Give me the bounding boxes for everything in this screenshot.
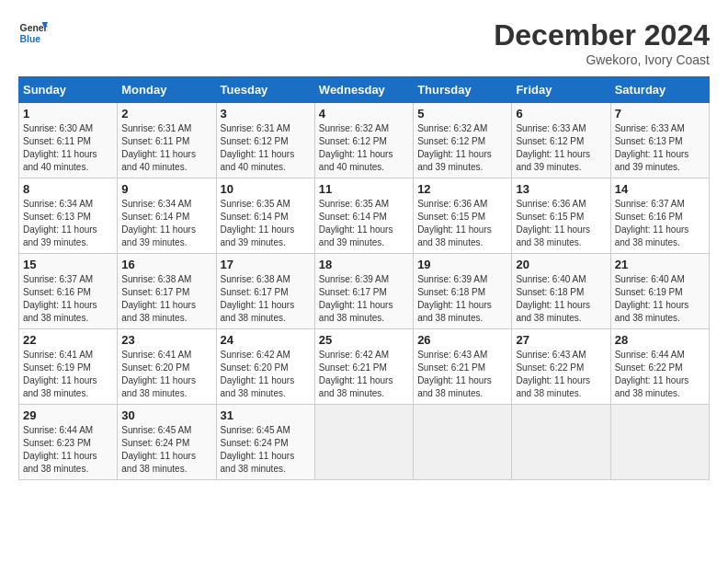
calendar-cell: 9Sunrise: 6:34 AM Sunset: 6:14 PM Daylig… [118, 178, 216, 254]
day-number: 13 [516, 182, 606, 196]
calendar-cell: 12Sunrise: 6:36 AM Sunset: 6:15 PM Dayli… [414, 178, 512, 254]
day-info: Sunrise: 6:39 AM Sunset: 6:18 PM Dayligh… [417, 273, 507, 325]
calendar-cell: 28Sunrise: 6:44 AM Sunset: 6:22 PM Dayli… [610, 329, 709, 405]
day-info: Sunrise: 6:43 AM Sunset: 6:22 PM Dayligh… [516, 349, 606, 400]
day-info: Sunrise: 6:41 AM Sunset: 6:20 PM Dayligh… [121, 349, 211, 400]
calendar-cell: 15Sunrise: 6:37 AM Sunset: 6:16 PM Dayli… [19, 254, 118, 329]
day-info: Sunrise: 6:37 AM Sunset: 6:16 PM Dayligh… [615, 198, 705, 249]
day-info: Sunrise: 6:38 AM Sunset: 6:17 PM Dayligh… [221, 273, 311, 325]
weekday-header: Friday [512, 77, 610, 103]
day-number: 11 [319, 182, 409, 196]
calendar-cell: 21Sunrise: 6:40 AM Sunset: 6:19 PM Dayli… [610, 254, 709, 329]
day-number: 2 [121, 107, 211, 121]
month-title: December 2024 [494, 18, 710, 52]
calendar-cell: 3Sunrise: 6:31 AM Sunset: 6:12 PM Daylig… [216, 103, 314, 178]
day-number: 16 [121, 258, 211, 271]
calendar-cell: 31Sunrise: 6:45 AM Sunset: 6:24 PM Dayli… [216, 405, 314, 480]
calendar-cell: 4Sunrise: 6:32 AM Sunset: 6:12 PM Daylig… [314, 103, 413, 178]
day-number: 6 [516, 107, 606, 121]
day-info: Sunrise: 6:45 AM Sunset: 6:24 PM Dayligh… [121, 424, 211, 476]
day-info: Sunrise: 6:41 AM Sunset: 6:19 PM Dayligh… [23, 349, 113, 400]
day-number: 3 [221, 107, 311, 121]
day-number: 20 [516, 258, 606, 271]
calendar-week-row: 29Sunrise: 6:44 AM Sunset: 6:23 PM Dayli… [19, 405, 710, 480]
weekday-header: Sunday [19, 77, 118, 103]
day-info: Sunrise: 6:33 AM Sunset: 6:12 PM Dayligh… [516, 122, 606, 174]
calendar-week-row: 22Sunrise: 6:41 AM Sunset: 6:19 PM Dayli… [19, 329, 710, 405]
day-info: Sunrise: 6:31 AM Sunset: 6:11 PM Dayligh… [121, 122, 211, 174]
calendar-cell: 10Sunrise: 6:35 AM Sunset: 6:14 PM Dayli… [216, 178, 314, 254]
calendar-cell: 16Sunrise: 6:38 AM Sunset: 6:17 PM Dayli… [118, 254, 216, 329]
day-number: 19 [417, 258, 507, 271]
calendar-cell: 20Sunrise: 6:40 AM Sunset: 6:18 PM Dayli… [512, 254, 610, 329]
day-info: Sunrise: 6:39 AM Sunset: 6:17 PM Dayligh… [319, 273, 409, 325]
day-info: Sunrise: 6:40 AM Sunset: 6:18 PM Dayligh… [516, 273, 606, 325]
day-number: 12 [417, 182, 507, 196]
day-number: 18 [319, 258, 409, 271]
svg-text:Blue: Blue [20, 34, 41, 44]
day-number: 23 [121, 333, 211, 347]
weekday-header: Tuesday [216, 77, 314, 103]
day-number: 17 [221, 258, 311, 271]
calendar-cell: 2Sunrise: 6:31 AM Sunset: 6:11 PM Daylig… [118, 103, 216, 178]
day-number: 31 [221, 408, 311, 422]
weekday-header-row: SundayMondayTuesdayWednesdayThursdayFrid… [19, 77, 710, 103]
calendar-cell: 13Sunrise: 6:36 AM Sunset: 6:15 PM Dayli… [512, 178, 610, 254]
day-number: 10 [221, 182, 311, 196]
day-info: Sunrise: 6:44 AM Sunset: 6:23 PM Dayligh… [23, 424, 113, 476]
calendar-week-row: 8Sunrise: 6:34 AM Sunset: 6:13 PM Daylig… [19, 178, 710, 254]
calendar-table: SundayMondayTuesdayWednesdayThursdayFrid… [18, 76, 710, 480]
weekday-header: Thursday [414, 77, 512, 103]
logo-icon: General Blue [18, 18, 48, 48]
calendar-cell: 11Sunrise: 6:35 AM Sunset: 6:14 PM Dayli… [314, 178, 413, 254]
weekday-header: Wednesday [314, 77, 413, 103]
day-number: 7 [615, 107, 705, 121]
day-info: Sunrise: 6:30 AM Sunset: 6:11 PM Dayligh… [23, 122, 113, 174]
day-info: Sunrise: 6:36 AM Sunset: 6:15 PM Dayligh… [417, 198, 507, 249]
calendar-cell: 24Sunrise: 6:42 AM Sunset: 6:20 PM Dayli… [216, 329, 314, 405]
day-number: 24 [221, 333, 311, 347]
calendar-cell: 22Sunrise: 6:41 AM Sunset: 6:19 PM Dayli… [19, 329, 118, 405]
day-info: Sunrise: 6:37 AM Sunset: 6:16 PM Dayligh… [23, 273, 113, 325]
day-info: Sunrise: 6:38 AM Sunset: 6:17 PM Dayligh… [121, 273, 211, 325]
calendar-cell: 7Sunrise: 6:33 AM Sunset: 6:13 PM Daylig… [610, 103, 709, 178]
day-info: Sunrise: 6:35 AM Sunset: 6:14 PM Dayligh… [221, 198, 311, 249]
calendar-cell: 27Sunrise: 6:43 AM Sunset: 6:22 PM Dayli… [512, 329, 610, 405]
calendar-cell: 29Sunrise: 6:44 AM Sunset: 6:23 PM Dayli… [19, 405, 118, 480]
day-info: Sunrise: 6:36 AM Sunset: 6:15 PM Dayligh… [516, 198, 606, 249]
calendar-cell: 5Sunrise: 6:32 AM Sunset: 6:12 PM Daylig… [414, 103, 512, 178]
day-number: 21 [615, 258, 705, 271]
day-number: 29 [23, 408, 113, 422]
day-number: 27 [516, 333, 606, 347]
day-info: Sunrise: 6:34 AM Sunset: 6:14 PM Dayligh… [121, 198, 211, 249]
day-number: 22 [23, 333, 113, 347]
calendar-cell: 23Sunrise: 6:41 AM Sunset: 6:20 PM Dayli… [118, 329, 216, 405]
day-info: Sunrise: 6:42 AM Sunset: 6:21 PM Dayligh… [319, 349, 409, 400]
day-number: 1 [23, 107, 113, 121]
day-info: Sunrise: 6:35 AM Sunset: 6:14 PM Dayligh… [319, 198, 409, 249]
calendar-cell [314, 405, 413, 480]
location-subtitle: Gwekoro, Ivory Coast [494, 52, 710, 67]
day-number: 9 [121, 182, 211, 196]
day-info: Sunrise: 6:32 AM Sunset: 6:12 PM Dayligh… [417, 122, 507, 174]
calendar-cell: 1Sunrise: 6:30 AM Sunset: 6:11 PM Daylig… [19, 103, 118, 178]
calendar-cell: 18Sunrise: 6:39 AM Sunset: 6:17 PM Dayli… [314, 254, 413, 329]
weekday-header: Saturday [610, 77, 709, 103]
calendar-cell: 14Sunrise: 6:37 AM Sunset: 6:16 PM Dayli… [610, 178, 709, 254]
day-info: Sunrise: 6:42 AM Sunset: 6:20 PM Dayligh… [221, 349, 311, 400]
day-number: 8 [23, 182, 113, 196]
day-info: Sunrise: 6:44 AM Sunset: 6:22 PM Dayligh… [615, 349, 705, 400]
weekday-header: Monday [118, 77, 216, 103]
logo: General Blue [18, 18, 48, 48]
calendar-cell [512, 405, 610, 480]
day-number: 26 [417, 333, 507, 347]
calendar-cell [414, 405, 512, 480]
day-number: 28 [615, 333, 705, 347]
calendar-week-row: 1Sunrise: 6:30 AM Sunset: 6:11 PM Daylig… [19, 103, 710, 178]
calendar-cell: 25Sunrise: 6:42 AM Sunset: 6:21 PM Dayli… [314, 329, 413, 405]
calendar-cell: 26Sunrise: 6:43 AM Sunset: 6:21 PM Dayli… [414, 329, 512, 405]
day-number: 4 [319, 107, 409, 121]
day-number: 14 [615, 182, 705, 196]
day-info: Sunrise: 6:32 AM Sunset: 6:12 PM Dayligh… [319, 122, 409, 174]
day-info: Sunrise: 6:34 AM Sunset: 6:13 PM Dayligh… [23, 198, 113, 249]
